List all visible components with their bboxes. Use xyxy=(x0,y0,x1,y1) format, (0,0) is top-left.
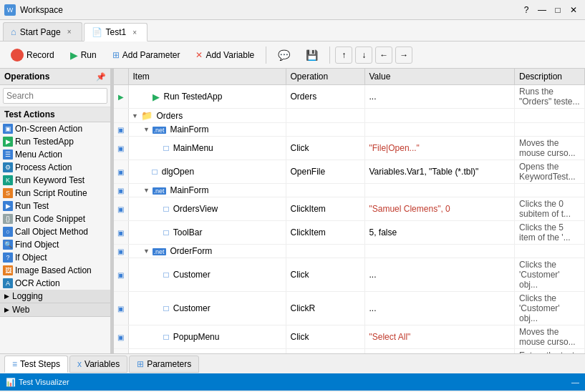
sidebar-item-ocr-action[interactable]: A OCR Action xyxy=(0,277,110,290)
row-operation-cell xyxy=(286,123,364,137)
sidebar-item-find-object[interactable]: 🔍 Find Object xyxy=(0,238,110,251)
sidebar-item-run-test[interactable]: ▶ Run Test xyxy=(0,200,110,212)
sidebar-item-on-screen-action[interactable]: ▣ On-Screen Action xyxy=(0,122,110,135)
maximize-button[interactable]: □ xyxy=(551,4,565,16)
row-item-cell: □OrdersView xyxy=(128,197,286,221)
node-icon: ▶ xyxy=(153,92,160,102)
web-label: Web xyxy=(12,305,29,315)
row-item-cell: ▶Run TestedApp xyxy=(128,85,286,109)
row-operation-cell xyxy=(286,184,364,197)
comment-button[interactable]: 💬 xyxy=(271,45,296,65)
sidebar-item-process-action[interactable]: ⚙ Process Action xyxy=(0,161,110,174)
row-item-cell: ▼.netOrderForm xyxy=(128,245,286,258)
tab-parameters[interactable]: ⊞ Parameters xyxy=(129,356,199,373)
node-icon: □ xyxy=(164,204,169,214)
run-button[interactable]: ▶ Run xyxy=(64,45,103,65)
net-icon: .net xyxy=(153,127,166,134)
row-item-cell: ▼📁Orders xyxy=(128,109,286,123)
help-button[interactable]: ? xyxy=(519,4,533,16)
tab-bar: ⌂ Start Page × 📄 Test1 × xyxy=(0,20,585,41)
record-button[interactable]: Record xyxy=(4,45,61,65)
sidebar-item-menu-action[interactable]: ☰ Menu Action xyxy=(0,148,110,161)
add-var-icon: ✕ xyxy=(195,50,203,60)
expand-icon[interactable]: ▼ xyxy=(143,126,150,133)
move-up-button[interactable]: ↑ xyxy=(335,46,352,64)
tree-node: ▼.netMainForm xyxy=(143,124,281,134)
row-item-label: dlgOpen xyxy=(162,167,194,177)
tab-start-page[interactable]: ⌂ Start Page × xyxy=(3,22,82,41)
move-down-button[interactable]: ↓ xyxy=(355,46,372,64)
table-row[interactable]: ▣□CustomerClickR...Clicks the 'Customer'… xyxy=(114,292,585,325)
folder-icon: 📁 xyxy=(141,110,153,121)
row-operation-cell xyxy=(286,109,364,123)
row-value-cell: "Samuel Clemens", 0 xyxy=(364,197,515,221)
move-right-button[interactable]: → xyxy=(395,46,412,64)
table-row[interactable]: ▣□MainMenuClick"File|Open..."Moves the m… xyxy=(114,137,585,160)
table-row[interactable]: ▣□ToolBarClickItem5, falseClicks the 5 i… xyxy=(114,221,585,245)
add-parameter-button[interactable]: ⊞ Add Parameter xyxy=(106,45,187,65)
pin-icon[interactable]: 📌 xyxy=(96,72,106,82)
table-row[interactable]: ▣▼.netMainForm xyxy=(114,184,585,197)
save-icon: 💾 xyxy=(306,49,318,61)
row-value-cell: 5, false xyxy=(364,221,515,245)
side-blue-icon: ▣ xyxy=(117,126,124,134)
table-row[interactable]: ▣▼.netOrderForm xyxy=(114,245,585,258)
logging-header[interactable]: ▶ Logging xyxy=(0,290,110,303)
table-container: Item Operation Value Description ▶▶Run T… xyxy=(114,69,585,353)
object-method-icon: ○ xyxy=(3,227,13,237)
toolbar-sep-2 xyxy=(329,46,330,64)
logging-label: Logging xyxy=(12,291,43,301)
sidebar-item-run-code-snippet[interactable]: {} Run Code Snippet xyxy=(0,212,110,225)
sidebar-item-run-tested-app[interactable]: ▶ Run TestedApp xyxy=(0,135,110,148)
row-description-cell: Moves the mouse curso... xyxy=(515,137,585,160)
close-button[interactable]: ✕ xyxy=(566,4,581,16)
tab-test1-close[interactable]: × xyxy=(130,27,140,37)
row-item-label: PopupMenu xyxy=(173,332,220,342)
node-icon: □ xyxy=(164,270,169,280)
window-title: Workspace xyxy=(20,5,63,15)
toolbar: Record ▶ Run ⊞ Add Parameter ✕ Add Varia… xyxy=(0,41,585,69)
sidebar-item-if-object[interactable]: ? If Object xyxy=(0,251,110,264)
row-value-cell: ... xyxy=(364,292,515,325)
sidebar-item-run-script[interactable]: S Run Script Routine xyxy=(0,187,110,200)
table-row[interactable]: ▶▶Run TestedAppOrders...Runs the "Orders… xyxy=(114,85,585,109)
panel-title: Operations xyxy=(4,72,49,82)
search-box[interactable]: 🔍 xyxy=(3,88,107,104)
row-description-cell: Clicks the 'Customer' obj... xyxy=(515,258,585,292)
table-row[interactable]: ▣□CustomerClick...Clicks the 'Customer' … xyxy=(114,258,585,292)
expand-icon[interactable]: ▼ xyxy=(143,187,150,194)
add-variable-button[interactable]: ✕ Add Variable xyxy=(189,45,261,65)
panel-items: Test Actions ▣ On-Screen Action ▶ Run Te… xyxy=(0,107,110,353)
table-row[interactable]: ▣□PopupMenuClick"Select All"Moves the mo… xyxy=(114,325,585,349)
if-icon: ? xyxy=(3,253,13,263)
tab-variables[interactable]: x Variables xyxy=(69,356,127,373)
row-side-cell: ▣ xyxy=(114,245,128,258)
table-row[interactable]: ▣□OrdersViewClickItem"Samuel Clemens", 0… xyxy=(114,197,585,221)
title-bar-controls[interactable]: ? — □ ✕ xyxy=(519,4,581,16)
process-label: Process Action xyxy=(15,162,72,172)
test-steps-icon: ≡ xyxy=(12,359,17,369)
sidebar-item-image-based-action[interactable]: 🖼 Image Based Action xyxy=(0,264,110,277)
tab-start-page-close[interactable]: × xyxy=(64,27,74,37)
ocr-icon: A xyxy=(3,278,13,288)
on-screen-label: On-Screen Action xyxy=(15,124,82,134)
minimize-button[interactable]: — xyxy=(535,4,549,16)
tab-test-steps[interactable]: ≡ Test Steps xyxy=(4,356,68,373)
table-row[interactable]: ▣□CustomerSetText"Mark Twain"Enters the … xyxy=(114,349,585,354)
row-operation-cell: ClickItem xyxy=(286,197,364,221)
move-left-button[interactable]: ← xyxy=(375,46,392,64)
sidebar-item-call-object-method[interactable]: ○ Call Object Method xyxy=(0,225,110,238)
table-row[interactable]: ▣▼.netMainForm xyxy=(114,123,585,137)
sidebar-item-run-keyword-test[interactable]: K Run Keyword Test xyxy=(0,174,110,187)
expand-icon[interactable]: ▼ xyxy=(143,248,150,255)
expand-icon[interactable]: ▼ xyxy=(132,112,139,119)
net-icon: .net xyxy=(153,248,166,255)
web-header[interactable]: ▶ Web xyxy=(0,303,110,317)
row-side-cell xyxy=(114,109,128,123)
table-row[interactable]: ▼📁Orders xyxy=(114,109,585,123)
search-input[interactable] xyxy=(4,89,117,102)
save-button[interactable]: 💾 xyxy=(299,45,324,65)
tab-test1[interactable]: 📄 Test1 × xyxy=(84,23,148,41)
test-actions-header[interactable]: Test Actions xyxy=(0,107,110,122)
table-row[interactable]: ▣□dlgOpenOpenFileVariables.Var1, "Table … xyxy=(114,160,585,184)
